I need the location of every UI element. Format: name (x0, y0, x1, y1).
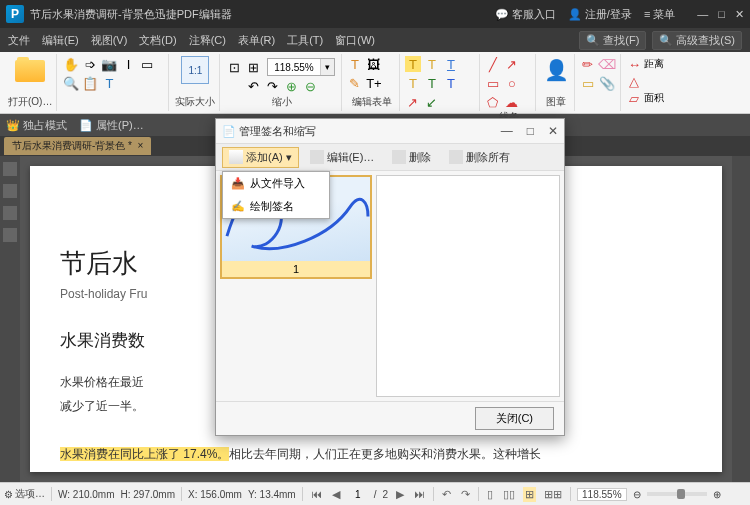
attachments-icon[interactable] (3, 206, 17, 220)
open-button[interactable] (9, 56, 51, 86)
arrow-icon[interactable]: ↗ (504, 56, 520, 72)
search-icon[interactable]: 🔍 (63, 75, 79, 91)
continuous-icon[interactable]: ▯▯ (501, 488, 517, 501)
distance-icon[interactable]: ↔ (626, 56, 642, 72)
facing-cont-icon[interactable]: ⊞⊞ (542, 488, 564, 501)
select-tool-icon[interactable]: ➩ (82, 56, 98, 72)
add-signature-button[interactable]: 添加(A) ▾ (222, 147, 299, 168)
menu-file[interactable]: 文件 (8, 33, 30, 48)
single-page-icon[interactable]: ▯ (485, 488, 495, 501)
search-button[interactable]: 🔍 查找(F) (579, 31, 646, 50)
pencil-icon[interactable]: ✏ (580, 56, 596, 72)
text-edit-icon[interactable]: T (101, 75, 117, 91)
menu-window[interactable]: 窗口(W) (335, 33, 375, 48)
eraser-icon[interactable]: ⌫ (599, 56, 615, 72)
page-tool-icon[interactable]: ▭ (139, 56, 155, 72)
dialog-close-button[interactable]: 关闭(C) (475, 407, 554, 430)
line-icon[interactable]: ╱ (485, 56, 501, 72)
clipboard-icon[interactable]: 📋 (82, 75, 98, 91)
menu-tools[interactable]: 工具(T) (287, 33, 323, 48)
stamp-icon[interactable]: 👤 (542, 56, 570, 84)
maximize-button[interactable]: □ (718, 8, 725, 21)
squiggle-icon[interactable]: T (405, 75, 421, 91)
close-button[interactable]: ✕ (735, 8, 744, 21)
menu-view[interactable]: 视图(V) (91, 33, 128, 48)
zoom-slider[interactable] (647, 492, 707, 496)
zoom-in-icon[interactable]: ⊕ (283, 79, 299, 95)
options-button[interactable]: ⚙ 选项… (4, 487, 45, 501)
adv-search-button[interactable]: 🔍 高级查找(S) (652, 31, 742, 50)
last-page-icon[interactable]: ⏭ (412, 488, 427, 500)
rotate-right-icon[interactable]: ↷ (264, 79, 280, 95)
right-scrollbar[interactable] (732, 156, 750, 482)
document-tab[interactable]: 节后水果消费调研-背景色 * × (4, 137, 151, 155)
delete-all-button[interactable]: 删除所有 (442, 147, 517, 168)
menu-comment[interactable]: 注释(C) (189, 33, 226, 48)
edit-signature-button[interactable]: 编辑(E)… (303, 147, 382, 168)
fit-width-icon[interactable]: ⊡ (227, 59, 243, 75)
service-link[interactable]: 💬 客服入口 (495, 7, 556, 22)
forward-icon[interactable]: ↷ (459, 488, 472, 501)
zoom-out-status-icon[interactable]: ⊖ (633, 489, 641, 500)
edit-image-icon[interactable]: 🖼 (366, 56, 382, 72)
back-icon[interactable]: ↶ (440, 488, 453, 501)
zoom-status[interactable]: 118.55% (577, 488, 626, 501)
actual-size-icon[interactable]: 1:1 (181, 56, 209, 84)
crossout-icon[interactable]: T (424, 75, 440, 91)
zoom-dropdown-icon[interactable]: ▾ (320, 59, 334, 75)
import-from-file[interactable]: 📥从文件导入 (223, 172, 329, 195)
thumbnails-icon[interactable] (3, 162, 17, 176)
strikethrough-icon[interactable]: T (424, 56, 440, 72)
highlight-icon[interactable]: T (405, 56, 421, 72)
dialog-close-icon[interactable]: ✕ (548, 124, 558, 138)
polygon-icon[interactable]: ⬠ (485, 94, 501, 110)
login-link[interactable]: 👤 注册/登录 (568, 7, 632, 22)
page-width: W: 210.0mm (58, 489, 115, 500)
page-number-input[interactable] (348, 489, 368, 500)
minimize-button[interactable]: — (697, 8, 708, 21)
delete-icon (392, 150, 406, 164)
zoom-out-icon[interactable]: ⊖ (302, 79, 318, 95)
menu-edit[interactable]: 编辑(E) (42, 33, 79, 48)
cursor-icon[interactable]: I (120, 56, 136, 72)
cloud-icon[interactable]: ☁ (504, 94, 520, 110)
add-text-icon[interactable]: T+ (366, 75, 382, 91)
left-panel[interactable] (0, 156, 20, 482)
next-page-icon[interactable]: ▶ (394, 488, 406, 501)
underline-icon[interactable]: T (443, 56, 459, 72)
note-icon[interactable]: ▭ (580, 75, 596, 91)
edit-text-icon[interactable]: T (347, 56, 363, 72)
zoom-combo[interactable]: ▾ (267, 58, 335, 76)
main-menu[interactable]: ≡ 菜单 (644, 7, 675, 22)
export-icon[interactable]: ↗ (405, 94, 421, 110)
delete-signature-button[interactable]: 删除 (385, 147, 438, 168)
snapshot-icon[interactable]: 📷 (101, 56, 117, 72)
zoom-in-status-icon[interactable]: ⊕ (713, 489, 721, 500)
zoom-input[interactable] (268, 62, 320, 73)
perimeter-icon[interactable]: △ (626, 73, 642, 89)
menu-doc[interactable]: 文档(D) (139, 33, 176, 48)
replace-icon[interactable]: T (443, 75, 459, 91)
import-icon[interactable]: ↙ (424, 94, 440, 110)
bookmarks-icon[interactable] (3, 184, 17, 198)
rotate-left-icon[interactable]: ↶ (245, 79, 261, 95)
dialog-minimize-icon[interactable]: — (501, 124, 513, 138)
rect-icon[interactable]: ▭ (485, 75, 501, 91)
comments-icon[interactable] (3, 228, 17, 242)
open-label: 打开(O)… (8, 95, 52, 109)
attach-icon[interactable]: 📎 (599, 75, 615, 91)
facing-icon[interactable]: ⊞ (523, 487, 536, 502)
oval-icon[interactable]: ○ (504, 75, 520, 91)
edit-pencil-icon[interactable]: ✎ (347, 75, 363, 91)
menu-form[interactable]: 表单(R) (238, 33, 275, 48)
properties-button[interactable]: 📄 属性(P)… (79, 118, 144, 133)
first-page-icon[interactable]: ⏮ (309, 488, 324, 500)
exclusive-mode[interactable]: 👑 独占模式 (6, 118, 67, 133)
prev-page-icon[interactable]: ◀ (330, 488, 342, 501)
dialog-maximize-icon[interactable]: □ (527, 124, 534, 138)
window-title: 节后水果消费调研-背景色迅捷PDF编辑器 (30, 7, 495, 22)
fit-page-icon[interactable]: ⊞ (246, 59, 262, 75)
draw-signature[interactable]: ✍绘制签名 (223, 195, 329, 218)
hand-tool-icon[interactable]: ✋ (63, 56, 79, 72)
area-icon[interactable]: ▱ (626, 90, 642, 106)
